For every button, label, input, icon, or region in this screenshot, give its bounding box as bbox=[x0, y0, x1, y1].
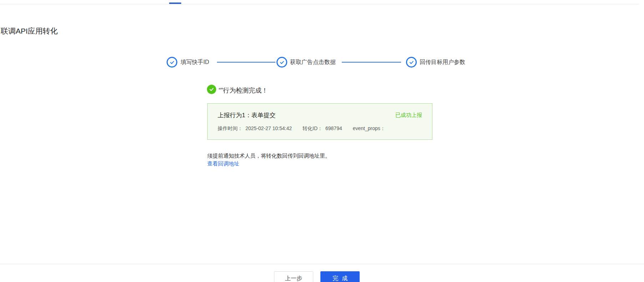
report-behavior-title: 上报行为1：表单提交 bbox=[218, 111, 275, 119]
report-result-card: 上报行为1：表单提交 已成功上报 操作时间：2025-02-27 10:54:4… bbox=[207, 103, 432, 140]
footer-bar: 上一步 完成 bbox=[0, 264, 644, 282]
step-3-check-circle-icon bbox=[406, 57, 417, 68]
detection-complete-message: “”行为检测完成！ bbox=[219, 86, 268, 95]
check-icon bbox=[279, 60, 285, 65]
step-connector-1 bbox=[217, 62, 275, 63]
page: 联调API应用转化 填写快手ID 获取广告点击数据 回传目标用户参数 “”行为检… bbox=[0, 0, 644, 282]
page-title: 联调API应用转化 bbox=[1, 26, 58, 36]
operation-time-value: 2025-02-27 10:54:42 bbox=[245, 125, 292, 131]
done-button[interactable]: 完成 bbox=[320, 271, 360, 282]
callback-note: 须提前通知技术人员，将转化数回传到回调地址里。 bbox=[207, 153, 330, 159]
step-1-label: 填写快手ID bbox=[181, 59, 209, 66]
field-conversion-id: 转化ID：698794 bbox=[303, 125, 342, 132]
check-icon bbox=[409, 60, 414, 65]
check-icon bbox=[169, 60, 175, 65]
top-tab-bar bbox=[0, 0, 639, 4]
event-props-label: event_props： bbox=[353, 125, 385, 131]
step-1-check-circle-icon bbox=[167, 57, 177, 68]
field-operation-time: 操作时间：2025-02-27 10:54:42 bbox=[218, 125, 292, 132]
report-status-badge: 已成功上报 bbox=[395, 112, 422, 119]
view-callback-address-link[interactable]: 查看回调地址 bbox=[207, 160, 239, 167]
conversion-id-value: 698794 bbox=[325, 125, 342, 131]
check-icon bbox=[209, 87, 214, 92]
step-2-check-circle-icon bbox=[277, 57, 287, 68]
step-2-label: 获取广告点击数据 bbox=[290, 59, 336, 66]
conversion-id-label: 转化ID： bbox=[303, 125, 323, 131]
success-check-icon bbox=[207, 85, 216, 94]
previous-step-button[interactable]: 上一步 bbox=[274, 271, 313, 282]
active-tab-indicator bbox=[169, 3, 181, 4]
field-event-props: event_props： bbox=[353, 125, 388, 132]
operation-time-label: 操作时间： bbox=[218, 125, 243, 131]
step-connector-2 bbox=[342, 62, 401, 63]
step-3-label: 回传目标用户参数 bbox=[420, 59, 465, 66]
